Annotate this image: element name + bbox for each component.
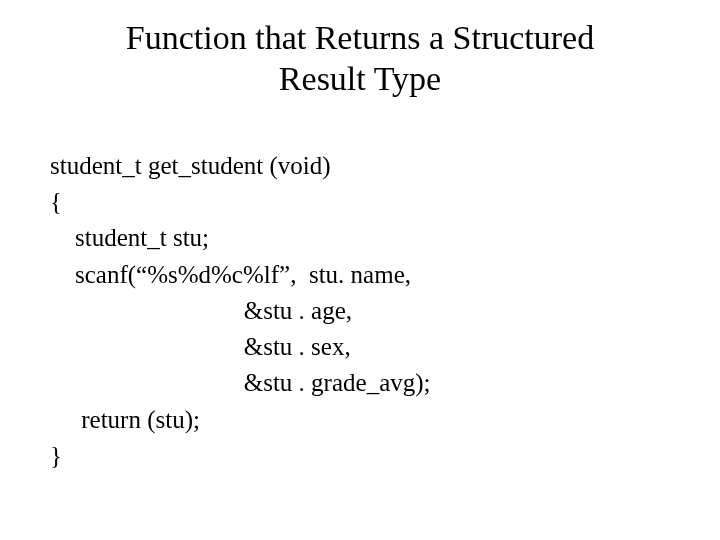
code-line: &stu . sex, bbox=[50, 333, 351, 360]
code-line: student_t get_student (void) bbox=[50, 152, 331, 179]
title-line-2: Result Type bbox=[279, 60, 441, 97]
code-line: return (stu); bbox=[50, 406, 200, 433]
code-line: &stu . age, bbox=[50, 297, 352, 324]
code-line: student_t stu; bbox=[50, 224, 209, 251]
slide: Function that Returns a Structured Resul… bbox=[0, 0, 720, 540]
code-block: student_t get_student (void) { student_t… bbox=[0, 100, 720, 475]
code-line: { bbox=[50, 188, 62, 215]
code-line: scanf(“%s%d%c%lf”, stu. name, bbox=[50, 261, 411, 288]
title-line-1: Function that Returns a Structured bbox=[126, 19, 594, 56]
code-line: &stu . grade_avg); bbox=[50, 369, 431, 396]
slide-title: Function that Returns a Structured Resul… bbox=[0, 0, 720, 100]
code-line: } bbox=[50, 442, 62, 469]
